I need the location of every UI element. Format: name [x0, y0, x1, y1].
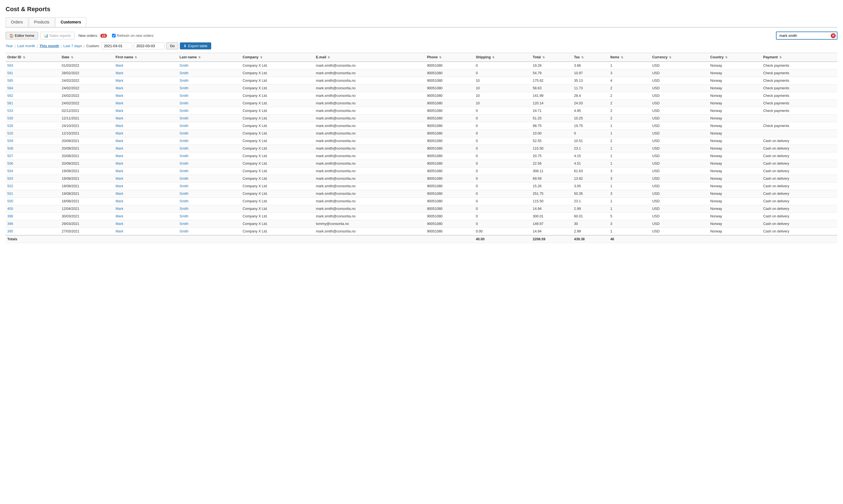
- col-tax[interactable]: Tax ⇅: [572, 53, 609, 62]
- cell-order-id[interactable]: 507: [5, 152, 60, 160]
- cell-first-name[interactable]: Mark: [114, 182, 178, 190]
- cell-last-name[interactable]: Smith: [178, 205, 241, 213]
- col-phone[interactable]: Phone ⇅: [426, 53, 474, 62]
- cell-first-name[interactable]: Mark: [114, 152, 178, 160]
- cell-last-name[interactable]: Smith: [178, 167, 241, 175]
- col-currency[interactable]: Currency ⇅: [651, 53, 709, 62]
- cell-last-name[interactable]: Smith: [178, 85, 241, 92]
- cell-first-name[interactable]: Mark: [114, 175, 178, 182]
- cell-first-name[interactable]: Mark: [114, 85, 178, 92]
- filter-year[interactable]: Year: [5, 44, 13, 48]
- cell-last-name[interactable]: Smith: [178, 115, 241, 122]
- cell-first-name[interactable]: Mark: [114, 190, 178, 198]
- cell-last-name[interactable]: Smith: [178, 130, 241, 137]
- col-date[interactable]: Date ⇅: [60, 53, 114, 62]
- cell-order-id[interactable]: 526: [5, 122, 60, 130]
- cell-order-id[interactable]: 504: [5, 167, 60, 175]
- cell-order-id[interactable]: 520: [5, 130, 60, 137]
- cell-order-id[interactable]: 503: [5, 175, 60, 182]
- cell-last-name[interactable]: Smith: [178, 62, 241, 70]
- cell-order-id[interactable]: 585: [5, 77, 60, 85]
- filter-last7[interactable]: Last 7 days: [64, 44, 82, 48]
- cell-last-name[interactable]: Smith: [178, 175, 241, 182]
- editor-home-button[interactable]: 🏠 Editor home: [5, 32, 38, 39]
- cell-last-name[interactable]: Smith: [178, 182, 241, 190]
- cell-order-id[interactable]: 396: [5, 220, 60, 228]
- cell-first-name[interactable]: Mark: [114, 220, 178, 228]
- cell-order-id[interactable]: 509: [5, 137, 60, 145]
- cell-last-name[interactable]: Smith: [178, 198, 241, 205]
- cell-last-name[interactable]: Smith: [178, 160, 241, 167]
- go-button[interactable]: Go: [166, 42, 178, 49]
- cell-first-name[interactable]: Mark: [114, 198, 178, 205]
- cell-order-id[interactable]: 506: [5, 160, 60, 167]
- cell-first-name[interactable]: Mark: [114, 145, 178, 152]
- cell-order-id[interactable]: 593: [5, 62, 60, 70]
- cell-last-name[interactable]: Smith: [178, 145, 241, 152]
- tab-orders[interactable]: Orders: [5, 17, 28, 27]
- refresh-checkbox[interactable]: [112, 34, 116, 37]
- col-company[interactable]: Company ⇅: [241, 53, 314, 62]
- cell-order-id[interactable]: 582: [5, 92, 60, 100]
- cell-order-id[interactable]: 533: [5, 107, 60, 115]
- cell-first-name[interactable]: Mark: [114, 77, 178, 85]
- col-email[interactable]: E.mail ⇅: [314, 53, 426, 62]
- cell-last-name[interactable]: Smith: [178, 190, 241, 198]
- cell-order-id[interactable]: 584: [5, 85, 60, 92]
- refresh-label[interactable]: Refresh on new orders: [112, 34, 154, 38]
- cell-first-name[interactable]: Mark: [114, 115, 178, 122]
- cell-order-id[interactable]: 395: [5, 228, 60, 236]
- cell-first-name[interactable]: Mark: [114, 70, 178, 77]
- cell-order-id[interactable]: 501: [5, 190, 60, 198]
- search-input[interactable]: [776, 32, 838, 40]
- cell-last-name[interactable]: Smith: [178, 137, 241, 145]
- sales-reports-button[interactable]: 📊 Sales reports: [40, 32, 74, 39]
- cell-last-name[interactable]: Smith: [178, 122, 241, 130]
- filter-last-month[interactable]: Last month: [17, 44, 35, 48]
- cell-first-name[interactable]: Mark: [114, 130, 178, 137]
- cell-order-id[interactable]: 500: [5, 198, 60, 205]
- cell-first-name[interactable]: Mark: [114, 137, 178, 145]
- col-last-name[interactable]: Last name ⇅: [178, 53, 241, 62]
- tab-customers[interactable]: Customers: [55, 17, 86, 27]
- cell-first-name[interactable]: Mark: [114, 92, 178, 100]
- cell-order-id[interactable]: 508: [5, 145, 60, 152]
- filter-this-month[interactable]: This month: [39, 44, 59, 48]
- cell-last-name[interactable]: Smith: [178, 100, 241, 107]
- cell-first-name[interactable]: Mark: [114, 228, 178, 236]
- cell-order-id[interactable]: 591: [5, 70, 60, 77]
- cell-order-id[interactable]: 398: [5, 213, 60, 220]
- date-from-input[interactable]: [101, 42, 132, 49]
- export-button[interactable]: ⬇ Export table: [180, 42, 211, 49]
- cell-last-name[interactable]: Smith: [178, 70, 241, 77]
- col-first-name[interactable]: First name ⇅: [114, 53, 178, 62]
- cell-first-name[interactable]: Mark: [114, 167, 178, 175]
- cell-order-id[interactable]: 530: [5, 115, 60, 122]
- cell-order-id[interactable]: 400: [5, 205, 60, 213]
- col-country[interactable]: Country ⇅: [709, 53, 762, 62]
- cell-last-name[interactable]: Smith: [178, 228, 241, 236]
- cell-last-name[interactable]: Smith: [178, 92, 241, 100]
- col-shipping[interactable]: Shipping ⇅: [474, 53, 531, 62]
- search-clear-button[interactable]: ✕: [831, 33, 836, 38]
- cell-first-name[interactable]: Mark: [114, 62, 178, 70]
- cell-first-name[interactable]: Mark: [114, 160, 178, 167]
- cell-order-id[interactable]: 502: [5, 182, 60, 190]
- col-total[interactable]: Total ⇅: [531, 53, 572, 62]
- cell-last-name[interactable]: Smith: [178, 77, 241, 85]
- cell-last-name[interactable]: Smith: [178, 107, 241, 115]
- cell-first-name[interactable]: Mark: [114, 107, 178, 115]
- cell-first-name[interactable]: Mark: [114, 100, 178, 107]
- cell-last-name[interactable]: Smith: [178, 213, 241, 220]
- col-order-id[interactable]: Order ID ⇅: [5, 53, 60, 62]
- tab-products[interactable]: Products: [29, 17, 55, 27]
- date-to-input[interactable]: [134, 42, 165, 49]
- cell-first-name[interactable]: Mark: [114, 122, 178, 130]
- cell-first-name[interactable]: Mark: [114, 213, 178, 220]
- cell-order-id[interactable]: 581: [5, 100, 60, 107]
- col-payment[interactable]: Payment ⇅: [761, 53, 838, 62]
- cell-last-name[interactable]: Smith: [178, 152, 241, 160]
- col-items[interactable]: Items ⇅: [609, 53, 651, 62]
- cell-first-name[interactable]: Mark: [114, 205, 178, 213]
- cell-last-name[interactable]: Smith: [178, 220, 241, 228]
